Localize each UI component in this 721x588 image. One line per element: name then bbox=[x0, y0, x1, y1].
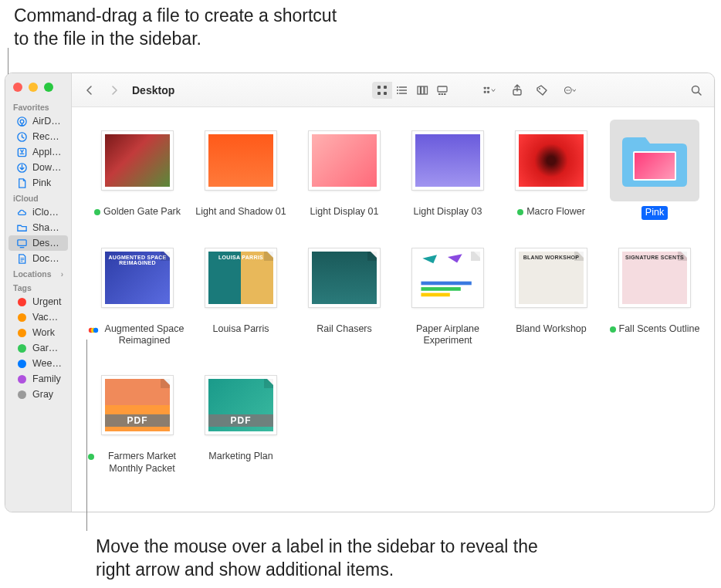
file-item[interactable]: LOUISA PARRISLouisa Parris bbox=[191, 237, 291, 347]
file-item[interactable]: Golden Gate Park bbox=[87, 120, 188, 220]
multi-tag-icon bbox=[88, 326, 99, 338]
file-name-label: Macro Flower bbox=[526, 206, 585, 218]
svg-rect-5 bbox=[18, 239, 26, 245]
back-button[interactable] bbox=[80, 82, 100, 99]
file-name-label: Bland Workshop bbox=[516, 323, 587, 336]
file-caption: Farmers Market Monthly Packet bbox=[88, 451, 187, 475]
svg-rect-12 bbox=[377, 92, 381, 95]
file-item[interactable]: Rail Chasers bbox=[294, 237, 394, 347]
sidebar-heading[interactable]: Tags bbox=[5, 280, 71, 294]
svg-point-32 bbox=[539, 88, 540, 90]
minimize-button[interactable] bbox=[29, 83, 38, 92]
view-list-button[interactable] bbox=[392, 82, 412, 99]
share-button[interactable] bbox=[507, 82, 527, 99]
sidebar-item-vacation[interactable]: Vacation bbox=[8, 309, 68, 325]
thumbnail bbox=[196, 120, 286, 201]
file-item[interactable]: BLAND WORKSHOPBland Workshop bbox=[501, 237, 601, 347]
thumbnail bbox=[403, 237, 493, 319]
sidebar-item-desktop[interactable]: Desktop bbox=[8, 235, 68, 251]
file-item[interactable]: PDFMarketing Plan bbox=[191, 364, 291, 475]
thumbnail bbox=[300, 120, 389, 201]
file-caption: Paper Airplane Experiment bbox=[398, 323, 497, 347]
sidebar-item-weekend[interactable]: Weekend bbox=[8, 356, 68, 371]
file-name-label: Pink bbox=[641, 206, 668, 220]
group-menu-button[interactable] bbox=[476, 82, 503, 99]
file-item[interactable]: AUGMENTED SPACE REIMAGINEDAugmented Spac… bbox=[87, 237, 188, 347]
file-name-label: Light Display 01 bbox=[310, 206, 379, 218]
sidebar-item-label: Documents bbox=[32, 253, 62, 264]
icloud-icon bbox=[16, 207, 28, 218]
tag-dot-icon bbox=[610, 326, 616, 333]
view-icon-button[interactable] bbox=[372, 82, 392, 99]
file-name-label: Fall Scents Outline bbox=[619, 323, 700, 336]
more-menu-button[interactable] bbox=[557, 82, 583, 99]
svg-rect-29 bbox=[484, 90, 486, 93]
sidebar-item-label: Downloads bbox=[32, 162, 62, 173]
sidebar-item-family[interactable]: Family bbox=[8, 371, 68, 387]
tag-dot-icon bbox=[517, 209, 523, 215]
file-item[interactable]: Paper Airplane Experiment bbox=[398, 237, 498, 347]
sidebar-item-label: Shared bbox=[32, 222, 62, 233]
page-fold-icon bbox=[574, 248, 587, 261]
doc-icon bbox=[16, 253, 28, 265]
thumbnail bbox=[506, 120, 596, 201]
file-item[interactable]: Light Display 01 bbox=[294, 120, 394, 220]
sidebar-item-downloads[interactable]: Downloads bbox=[8, 160, 68, 175]
sidebar-item-recents[interactable]: Recents bbox=[8, 129, 68, 144]
thumbnail bbox=[403, 120, 493, 201]
sidebar-item-label: Gray bbox=[32, 389, 53, 400]
file-item[interactable]: Macro Flower bbox=[501, 120, 601, 220]
svg-rect-10 bbox=[377, 86, 381, 89]
sidebar-heading[interactable]: Favorites bbox=[5, 100, 71, 113]
sidebar-item-garden[interactable]: Garden bbox=[8, 340, 68, 356]
view-column-button[interactable] bbox=[412, 82, 432, 99]
page-fold-icon bbox=[161, 376, 173, 388]
svg-point-18 bbox=[397, 90, 398, 91]
view-gallery-button[interactable] bbox=[432, 82, 452, 99]
sidebar-item-icloud-[interactable]: iCloud… bbox=[8, 204, 68, 220]
pdf-badge: PDF bbox=[208, 414, 273, 427]
file-item[interactable]: Pink bbox=[604, 120, 705, 220]
sidebar-item-label: Pink bbox=[32, 177, 51, 188]
recents-icon bbox=[16, 131, 28, 143]
sidebar-item-label: Desktop bbox=[32, 238, 62, 248]
thumbnail: BLAND WORKSHOP bbox=[506, 237, 596, 319]
file-item[interactable]: Light Display 03 bbox=[398, 120, 498, 220]
sidebar-item-label: Family bbox=[32, 373, 61, 384]
sidebar-item-pink[interactable]: Pink bbox=[8, 175, 68, 191]
sidebar-item-airdrop[interactable]: AirDrop bbox=[8, 113, 68, 129]
svg-rect-20 bbox=[418, 86, 421, 94]
file-name-label: Golden Gate Park bbox=[103, 206, 181, 218]
file-caption: Augmented Space Reimagined bbox=[88, 323, 187, 347]
thumb-overlay-text: SIGNATURE SCENTS bbox=[625, 255, 684, 261]
sidebar-item-applications[interactable]: Applications bbox=[8, 144, 68, 160]
file-item[interactable]: Light and Shadow 01 bbox=[191, 120, 291, 220]
page-fold-icon bbox=[264, 376, 276, 388]
downloads-icon bbox=[16, 162, 28, 174]
file-name-label: Augmented Space Reimagined bbox=[102, 323, 187, 347]
close-button[interactable] bbox=[13, 83, 22, 92]
sidebar-item-work[interactable]: Work bbox=[8, 325, 68, 340]
file-item[interactable]: PDFFarmers Market Monthly Packet bbox=[87, 364, 188, 475]
svg-point-34 bbox=[567, 90, 567, 90]
forward-button[interactable] bbox=[104, 82, 124, 99]
sidebar-item-documents[interactable]: Documents bbox=[8, 251, 68, 266]
svg-point-17 bbox=[397, 86, 398, 88]
file-name-label: Rail Chasers bbox=[316, 323, 372, 336]
sidebar-heading[interactable]: iCloud bbox=[5, 191, 71, 204]
chevron-right-icon: › bbox=[61, 270, 63, 279]
callout-bottom: Move the mouse over a label in the sideb… bbox=[96, 536, 574, 582]
sidebar-item-gray[interactable]: Gray bbox=[8, 387, 68, 402]
thumbnail bbox=[93, 120, 182, 201]
sidebar-item-urgent[interactable]: Urgent bbox=[8, 294, 68, 309]
apps-icon bbox=[16, 147, 28, 158]
sidebar-item-shared[interactable]: Shared bbox=[8, 220, 68, 235]
zoom-button[interactable] bbox=[44, 83, 53, 92]
sidebar-heading[interactable]: Locations› bbox=[5, 266, 71, 280]
sidebar-item-label: Urgent bbox=[32, 296, 62, 307]
search-button[interactable] bbox=[686, 82, 706, 99]
thumb-overlay-text: LOUISA PARRIS bbox=[212, 255, 270, 261]
file-item[interactable]: SIGNATURE SCENTSFall Scents Outline bbox=[604, 237, 705, 347]
file-grid-area[interactable]: Golden Gate ParkLight and Shadow 01Light… bbox=[72, 107, 714, 512]
tags-button[interactable] bbox=[532, 82, 552, 99]
